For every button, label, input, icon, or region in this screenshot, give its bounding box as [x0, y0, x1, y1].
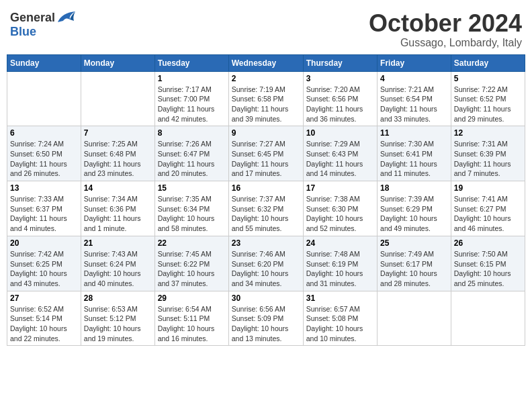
day-info: Sunrise: 7:25 AMSunset: 6:48 PMDaylight:…: [84, 139, 152, 179]
calendar-cell: 25Sunrise: 7:49 AMSunset: 6:17 PMDayligh…: [378, 236, 451, 291]
day-number: 12: [454, 128, 522, 138]
day-info: Sunrise: 7:24 AMSunset: 6:50 PMDaylight:…: [10, 139, 78, 179]
weekday-header-friday: Friday: [378, 54, 451, 71]
day-number: 28: [84, 293, 152, 303]
day-number: 1: [158, 74, 226, 83]
calendar-cell: 20Sunrise: 7:42 AMSunset: 6:25 PMDayligh…: [7, 236, 81, 291]
day-info: Sunrise: 7:20 AMSunset: 6:56 PMDaylight:…: [306, 85, 374, 124]
calendar-cell: 29Sunrise: 6:54 AMSunset: 5:11 PMDayligh…: [154, 291, 228, 346]
calendar-cell: 21Sunrise: 7:43 AMSunset: 6:24 PMDayligh…: [81, 236, 154, 291]
day-number: 22: [158, 238, 226, 248]
day-info: Sunrise: 7:30 AMSunset: 6:41 PMDaylight:…: [380, 139, 448, 179]
day-info: Sunrise: 7:46 AMSunset: 6:20 PMDaylight:…: [232, 249, 300, 289]
calendar-cell: 6Sunrise: 7:24 AMSunset: 6:50 PMDaylight…: [7, 126, 81, 181]
day-number: 15: [158, 183, 226, 193]
day-info: Sunrise: 7:49 AMSunset: 6:17 PMDaylight:…: [380, 249, 448, 289]
day-number: 13: [10, 183, 78, 193]
day-info: Sunrise: 7:34 AMSunset: 6:36 PMDaylight:…: [84, 194, 152, 234]
day-number: 3: [306, 74, 374, 83]
calendar-cell: 18Sunrise: 7:39 AMSunset: 6:29 PMDayligh…: [378, 181, 451, 236]
logo: General Blue: [10, 10, 75, 39]
calendar-cell: 8Sunrise: 7:26 AMSunset: 6:47 PMDaylight…: [154, 126, 228, 181]
calendar-week-row: 1Sunrise: 7:17 AMSunset: 7:00 PMDaylight…: [7, 71, 525, 126]
day-info: Sunrise: 7:26 AMSunset: 6:47 PMDaylight:…: [158, 139, 226, 179]
calendar-cell: 30Sunrise: 6:56 AMSunset: 5:09 PMDayligh…: [228, 291, 303, 346]
logo-bird-icon: [56, 10, 75, 25]
day-number: 31: [306, 293, 374, 303]
calendar-cell: 27Sunrise: 6:52 AMSunset: 5:14 PMDayligh…: [7, 291, 81, 346]
calendar-week-row: 27Sunrise: 6:52 AMSunset: 5:14 PMDayligh…: [7, 291, 525, 346]
calendar-cell: 28Sunrise: 6:53 AMSunset: 5:12 PMDayligh…: [81, 291, 154, 346]
weekday-header-monday: Monday: [81, 54, 154, 71]
day-number: 19: [454, 183, 522, 193]
day-info: Sunrise: 6:52 AMSunset: 5:14 PMDaylight:…: [10, 304, 78, 344]
day-number: 17: [306, 183, 374, 193]
weekday-header-tuesday: Tuesday: [154, 54, 228, 71]
logo-blue-text: Blue: [10, 25, 36, 39]
day-info: Sunrise: 7:45 AMSunset: 6:22 PMDaylight:…: [158, 249, 226, 289]
day-info: Sunrise: 7:43 AMSunset: 6:24 PMDaylight:…: [84, 249, 152, 289]
page-header: General Blue October 2024 Gussago, Lomba…: [7, 7, 525, 49]
day-number: 14: [84, 183, 152, 193]
day-number: 29: [158, 293, 226, 303]
day-number: 27: [10, 293, 78, 303]
day-number: 5: [454, 74, 522, 83]
calendar-cell: 2Sunrise: 7:19 AMSunset: 6:58 PMDaylight…: [228, 71, 303, 126]
day-info: Sunrise: 7:35 AMSunset: 6:34 PMDaylight:…: [158, 194, 226, 234]
day-info: Sunrise: 7:17 AMSunset: 7:00 PMDaylight:…: [158, 85, 226, 124]
calendar-cell: 26Sunrise: 7:50 AMSunset: 6:15 PMDayligh…: [451, 236, 525, 291]
day-number: 11: [380, 128, 448, 138]
calendar-cell: 16Sunrise: 7:37 AMSunset: 6:32 PMDayligh…: [228, 181, 303, 236]
calendar-cell: 1Sunrise: 7:17 AMSunset: 7:00 PMDaylight…: [154, 71, 228, 126]
weekday-header-saturday: Saturday: [451, 54, 525, 71]
day-number: 21: [84, 238, 152, 248]
day-info: Sunrise: 7:31 AMSunset: 6:39 PMDaylight:…: [454, 139, 522, 179]
day-info: Sunrise: 7:22 AMSunset: 6:52 PMDaylight:…: [454, 85, 522, 124]
calendar-cell: 14Sunrise: 7:34 AMSunset: 6:36 PMDayligh…: [81, 181, 154, 236]
day-info: Sunrise: 7:27 AMSunset: 6:45 PMDaylight:…: [232, 139, 300, 179]
month-title: October 2024: [369, 10, 522, 37]
calendar-week-row: 20Sunrise: 7:42 AMSunset: 6:25 PMDayligh…: [7, 236, 525, 291]
calendar-cell: 4Sunrise: 7:21 AMSunset: 6:54 PMDaylight…: [378, 71, 451, 126]
calendar-cell: 24Sunrise: 7:48 AMSunset: 6:19 PMDayligh…: [303, 236, 377, 291]
day-info: Sunrise: 7:19 AMSunset: 6:58 PMDaylight:…: [232, 85, 300, 124]
calendar-week-row: 6Sunrise: 7:24 AMSunset: 6:50 PMDaylight…: [7, 126, 525, 181]
day-number: 7: [84, 128, 152, 138]
location-subtitle: Gussago, Lombardy, Italy: [369, 37, 522, 49]
day-number: 9: [232, 128, 300, 138]
day-info: Sunrise: 7:29 AMSunset: 6:43 PMDaylight:…: [306, 139, 374, 179]
calendar-cell: 19Sunrise: 7:41 AMSunset: 6:27 PMDayligh…: [451, 181, 525, 236]
day-number: 2: [232, 74, 300, 83]
day-number: 10: [306, 128, 374, 138]
calendar-cell: 3Sunrise: 7:20 AMSunset: 6:56 PMDaylight…: [303, 71, 377, 126]
day-number: 23: [232, 238, 300, 248]
calendar-cell: [81, 71, 154, 126]
calendar-cell: 11Sunrise: 7:30 AMSunset: 6:41 PMDayligh…: [378, 126, 451, 181]
calendar-cell: 5Sunrise: 7:22 AMSunset: 6:52 PMDaylight…: [451, 71, 525, 126]
day-info: Sunrise: 6:56 AMSunset: 5:09 PMDaylight:…: [232, 304, 300, 344]
logo-general-text: General: [10, 11, 55, 25]
day-number: 6: [10, 128, 78, 138]
day-info: Sunrise: 7:33 AMSunset: 6:37 PMDaylight:…: [10, 194, 78, 234]
calendar-week-row: 13Sunrise: 7:33 AMSunset: 6:37 PMDayligh…: [7, 181, 525, 236]
day-info: Sunrise: 7:41 AMSunset: 6:27 PMDaylight:…: [454, 194, 522, 234]
calendar-cell: 17Sunrise: 7:38 AMSunset: 6:30 PMDayligh…: [303, 181, 377, 236]
day-info: Sunrise: 7:38 AMSunset: 6:30 PMDaylight:…: [306, 194, 374, 234]
day-info: Sunrise: 6:54 AMSunset: 5:11 PMDaylight:…: [158, 304, 226, 344]
day-info: Sunrise: 7:48 AMSunset: 6:19 PMDaylight:…: [306, 249, 374, 289]
weekday-header-sunday: Sunday: [7, 54, 81, 71]
day-number: 4: [380, 74, 448, 83]
day-number: 8: [158, 128, 226, 138]
calendar-cell: 15Sunrise: 7:35 AMSunset: 6:34 PMDayligh…: [154, 181, 228, 236]
calendar-cell: [378, 291, 451, 346]
day-info: Sunrise: 7:50 AMSunset: 6:15 PMDaylight:…: [454, 249, 522, 289]
calendar-cell: 23Sunrise: 7:46 AMSunset: 6:20 PMDayligh…: [228, 236, 303, 291]
day-info: Sunrise: 7:42 AMSunset: 6:25 PMDaylight:…: [10, 249, 78, 289]
weekday-header-wednesday: Wednesday: [228, 54, 303, 71]
day-number: 26: [454, 238, 522, 248]
day-info: Sunrise: 7:39 AMSunset: 6:29 PMDaylight:…: [380, 194, 448, 234]
calendar-cell: 10Sunrise: 7:29 AMSunset: 6:43 PMDayligh…: [303, 126, 377, 181]
day-number: 25: [380, 238, 448, 248]
day-info: Sunrise: 6:57 AMSunset: 5:08 PMDaylight:…: [306, 304, 374, 344]
calendar-cell: 12Sunrise: 7:31 AMSunset: 6:39 PMDayligh…: [451, 126, 525, 181]
